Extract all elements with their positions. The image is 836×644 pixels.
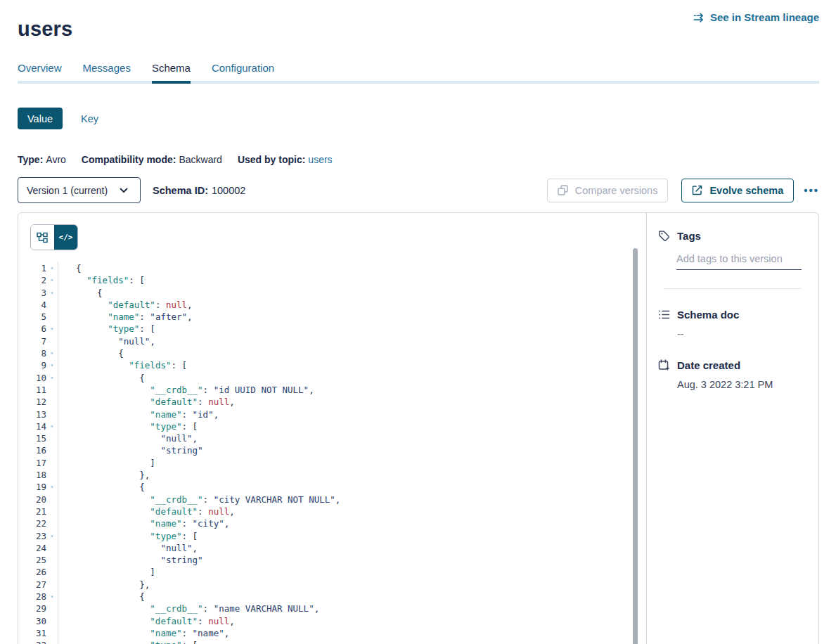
line-number: 32 bbox=[18, 639, 46, 644]
code-text: "name": "after", bbox=[58, 311, 632, 323]
tab-overview[interactable]: Overview bbox=[18, 62, 62, 84]
code-line: 27}, bbox=[18, 579, 632, 591]
line-number: 19 bbox=[18, 481, 46, 493]
add-tags-input[interactable] bbox=[676, 253, 802, 270]
code-text: "null", bbox=[58, 335, 632, 347]
code-text: "type": [ bbox=[58, 420, 632, 432]
tab-messages[interactable]: Messages bbox=[83, 62, 131, 84]
fold-spacer bbox=[46, 566, 58, 578]
stream-lineage-icon bbox=[693, 11, 705, 23]
fold-spacer bbox=[46, 299, 58, 311]
compare-versions-button[interactable]: Compare versions bbox=[547, 179, 669, 202]
fold-toggle-icon[interactable]: ▾ bbox=[46, 274, 58, 286]
edit-icon bbox=[692, 184, 704, 196]
line-number: 4 bbox=[18, 299, 46, 311]
code-text: }, bbox=[58, 579, 632, 591]
code-text: ] bbox=[58, 457, 632, 469]
fold-toggle-icon[interactable]: ▾ bbox=[46, 420, 58, 432]
code-text: "null", bbox=[58, 542, 632, 554]
fold-spacer bbox=[46, 311, 58, 323]
code-text: "type": [ bbox=[58, 323, 632, 335]
code-text: "string" bbox=[58, 554, 632, 566]
list-icon bbox=[658, 309, 670, 321]
fold-toggle-icon[interactable]: ▾ bbox=[46, 591, 58, 603]
code-text: "default": null, bbox=[58, 299, 632, 311]
line-number: 17 bbox=[18, 457, 46, 469]
compare-versions-label: Compare versions bbox=[575, 185, 658, 196]
tree-view-button[interactable] bbox=[31, 225, 54, 250]
date-created-header: Date created bbox=[658, 359, 807, 371]
code-view-icon: </> bbox=[59, 233, 73, 242]
code-line: 22"name": "city", bbox=[18, 517, 632, 529]
fold-toggle-icon[interactable]: ▾ bbox=[46, 347, 58, 359]
line-number: 31 bbox=[18, 627, 46, 639]
tree-view-icon bbox=[37, 231, 49, 243]
more-options-button[interactable]: ••• bbox=[804, 184, 819, 196]
schema-doc-value: -- bbox=[677, 328, 807, 340]
code-text: "type": [ bbox=[58, 639, 632, 644]
tab-schema[interactable]: Schema bbox=[152, 62, 191, 84]
schema-meta-row: Type:Avro Compatibility mode:Backward Us… bbox=[18, 154, 333, 165]
line-number: 30 bbox=[18, 615, 46, 627]
line-number: 27 bbox=[18, 579, 46, 591]
schema-doc-title: Schema doc bbox=[677, 309, 739, 321]
stream-lineage-link[interactable]: See in Stream lineage bbox=[693, 11, 819, 23]
fold-toggle-icon[interactable]: ▾ bbox=[46, 359, 58, 371]
fold-toggle-icon[interactable]: ▾ bbox=[46, 639, 58, 644]
line-number: 23 bbox=[18, 530, 46, 542]
line-number: 3 bbox=[18, 287, 46, 299]
line-number: 15 bbox=[18, 432, 46, 444]
fold-toggle-icon[interactable]: ▾ bbox=[46, 481, 58, 493]
fold-spacer bbox=[46, 457, 58, 469]
key-tab-link[interactable]: Key bbox=[81, 113, 98, 124]
code-text: "fields": [ bbox=[58, 359, 632, 371]
code-line: 8▾{ bbox=[18, 347, 632, 359]
vertical-scrollbar[interactable] bbox=[633, 248, 638, 644]
tab-configuration[interactable]: Configuration bbox=[212, 62, 274, 84]
code-lines: 1▾{2▾"fields": [3▾{4"default": null,5"na… bbox=[18, 262, 632, 644]
version-select[interactable]: Version 1 (current) bbox=[18, 177, 141, 203]
fold-spacer bbox=[46, 505, 58, 517]
fold-toggle-icon[interactable]: ▾ bbox=[46, 323, 58, 335]
code-line: 10▾{ bbox=[18, 372, 632, 384]
compatibility-mode: Compatibility mode:Backward bbox=[82, 154, 222, 165]
code-text: "name": "id", bbox=[58, 408, 632, 420]
fold-spacer bbox=[46, 444, 58, 456]
code-text: "default": null, bbox=[58, 505, 632, 517]
fold-spacer bbox=[46, 408, 58, 420]
fold-spacer bbox=[46, 579, 58, 591]
code-line: 7"null", bbox=[18, 335, 632, 347]
code-line: 30"default": null, bbox=[18, 615, 632, 627]
code-text: { bbox=[58, 287, 632, 299]
controls-row: Version 1 (current) Schema ID:100002 Com… bbox=[18, 177, 819, 203]
code-line: 14▾"type": [ bbox=[18, 420, 632, 432]
code-view-button[interactable]: </> bbox=[54, 225, 77, 250]
value-tab-button[interactable]: Value bbox=[18, 108, 63, 129]
line-number: 11 bbox=[18, 384, 46, 396]
tags-section-header: Tags bbox=[658, 230, 807, 242]
fold-spacer bbox=[46, 615, 58, 627]
schema-doc-section: Schema doc -- bbox=[658, 309, 807, 340]
fold-toggle-icon[interactable]: ▾ bbox=[46, 530, 58, 542]
code-text: { bbox=[58, 347, 632, 359]
fold-toggle-icon[interactable]: ▾ bbox=[46, 372, 58, 384]
line-number: 12 bbox=[18, 396, 46, 408]
code-text: { bbox=[58, 591, 632, 603]
date-created-title: Date created bbox=[677, 359, 740, 371]
topic-link[interactable]: users bbox=[308, 154, 332, 165]
fold-toggle-icon[interactable]: ▾ bbox=[46, 287, 58, 299]
code-line: 6▾"type": [ bbox=[18, 323, 632, 335]
code-text: "fields": [ bbox=[58, 274, 632, 286]
evolve-schema-button[interactable]: Evolve schema bbox=[681, 179, 794, 202]
fold-toggle-icon[interactable]: ▾ bbox=[46, 262, 58, 274]
code-line: 9▾"fields": [ bbox=[18, 359, 632, 371]
line-number: 9 bbox=[18, 359, 46, 371]
schema-doc-header: Schema doc bbox=[658, 309, 807, 321]
code-line: 29"__crdb__": "name VARCHAR NULL", bbox=[18, 603, 632, 614]
line-number: 2 bbox=[18, 274, 46, 286]
line-number: 24 bbox=[18, 542, 46, 554]
line-number: 6 bbox=[18, 323, 46, 335]
code-line: 28▾{ bbox=[18, 591, 632, 603]
line-number: 10 bbox=[18, 372, 46, 384]
line-number: 25 bbox=[18, 554, 46, 566]
